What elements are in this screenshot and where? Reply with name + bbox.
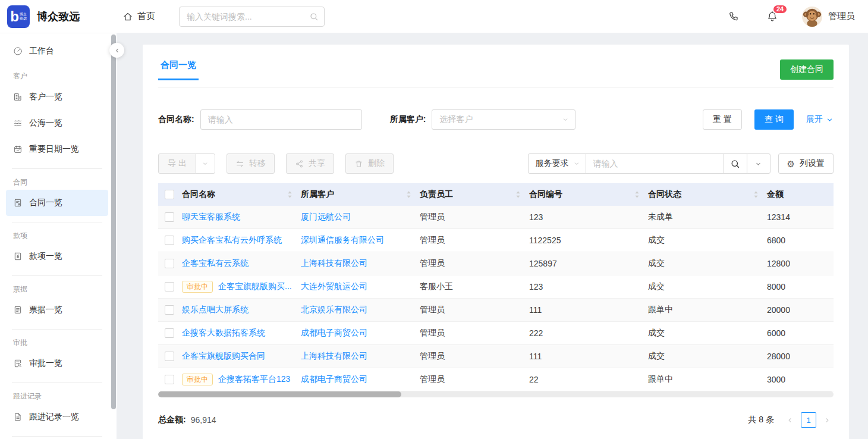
- main-content: 合同一览 创建合同 合同名称: 所属客户: 选择客户 重 置 查 询 展开: [117, 33, 868, 439]
- sidebar-item-invoice-list[interactable]: 票据一览: [6, 297, 108, 323]
- contract-number-cell: 123: [529, 282, 648, 291]
- contract-name-link[interactable]: 企客宝私有云系统: [182, 258, 249, 268]
- column-header-amount[interactable]: 金额: [767, 189, 784, 200]
- select-all-checkbox[interactable]: [165, 190, 174, 199]
- export-dropdown-button[interactable]: [196, 153, 215, 174]
- contract-name-link[interactable]: 聊天宝客服系统: [182, 212, 240, 221]
- user-avatar[interactable]: [802, 7, 822, 27]
- pagination-prev-button[interactable]: [784, 416, 796, 424]
- sort-icon[interactable]: [287, 190, 293, 199]
- sidebar-item-important-dates[interactable]: 重要日期一览: [6, 136, 108, 162]
- sort-icon[interactable]: [753, 190, 759, 199]
- row-checkbox[interactable]: [165, 259, 174, 268]
- export-button[interactable]: 导 出: [158, 153, 196, 174]
- phone-icon: [728, 11, 740, 23]
- contract-name-filter-input[interactable]: [200, 109, 362, 130]
- chevron-down-icon: [202, 160, 209, 167]
- sidebar-item-contract-list[interactable]: 合同一览: [6, 190, 108, 216]
- row-checkbox[interactable]: [165, 328, 174, 338]
- customer-link[interactable]: 成都电子商贸公司: [301, 374, 367, 384]
- sidebar-item-approval-list[interactable]: 审批一览: [6, 350, 108, 377]
- customer-link[interactable]: 厦门远航公司: [301, 212, 351, 221]
- sidebar-item-customer-list[interactable]: 客户一览: [6, 84, 108, 110]
- pagination-next-button[interactable]: [821, 416, 834, 424]
- row-checkbox[interactable]: [165, 305, 174, 315]
- table-search-input[interactable]: [586, 153, 724, 174]
- column-settings-button[interactable]: ⚙ 列设置: [778, 153, 834, 174]
- row-checkbox[interactable]: [165, 352, 174, 361]
- reset-button[interactable]: 重 置: [703, 109, 742, 130]
- app-logo[interactable]: b 博众 致远 博众致远: [7, 5, 80, 28]
- global-search-input[interactable]: [179, 7, 325, 27]
- top-header: b 博众 致远 博众致远 首页 24: [0, 0, 868, 33]
- create-contract-button[interactable]: 创建合同: [780, 59, 834, 80]
- contract-name-link[interactable]: 娱乐点唱大屏系统: [182, 305, 249, 314]
- nav-home[interactable]: 首页: [122, 11, 155, 22]
- employee-cell: 客服小王: [420, 281, 529, 292]
- customer-link[interactable]: 大连外贸航运公司: [301, 281, 367, 291]
- table-row: 购买企客宝私有云外呼系统 深圳通信服务有限公司 管理员 1122525 成交 6…: [158, 229, 834, 252]
- column-header-status[interactable]: 合同状态: [648, 189, 681, 200]
- customer-link[interactable]: 上海科技有限公司: [301, 351, 367, 360]
- contract-status-cell: 成交: [648, 281, 767, 292]
- contract-name-link[interactable]: 企搜客大数据拓客系统: [182, 328, 265, 337]
- sidebar-item-payment-list[interactable]: 款项一览: [6, 243, 108, 269]
- row-checkbox[interactable]: [165, 375, 174, 384]
- contract-name-link[interactable]: 企搜客拓客平台123: [218, 374, 290, 384]
- sort-icon[interactable]: [406, 190, 411, 199]
- row-checkbox[interactable]: [165, 236, 174, 245]
- column-header-name[interactable]: 合同名称: [182, 189, 215, 200]
- share-button[interactable]: 共享: [286, 153, 334, 174]
- contract-name-link[interactable]: 企客宝旗舰版购买...: [218, 281, 292, 291]
- sidebar-collapse-button[interactable]: [109, 43, 124, 58]
- sidebar-divider: [12, 222, 102, 222]
- column-header-customer[interactable]: 所属客户: [301, 189, 334, 200]
- notification-count-badge: 24: [772, 4, 788, 14]
- table-search-button[interactable]: [724, 153, 747, 174]
- expand-filters-link[interactable]: 展开: [806, 114, 834, 125]
- contract-name-link[interactable]: 企客宝旗舰版购买合同: [182, 351, 265, 360]
- contract-status-cell: 未成单: [648, 212, 767, 222]
- sidebar-item-public-sea-list[interactable]: 公海一览: [6, 110, 108, 136]
- phone-button[interactable]: [728, 11, 740, 23]
- customer-link[interactable]: 成都电子商贸公司: [301, 328, 367, 337]
- notifications-button[interactable]: 24: [766, 10, 778, 23]
- transfer-icon: [235, 159, 244, 168]
- column-header-number[interactable]: 合同编号: [529, 189, 562, 200]
- calendar-icon: [13, 145, 23, 154]
- sort-icon[interactable]: [515, 190, 521, 199]
- employee-cell: 管理员: [420, 258, 529, 269]
- search-icon: [730, 159, 740, 169]
- search-field-select[interactable]: 服务要求: [528, 153, 586, 174]
- search-options-button[interactable]: [747, 153, 770, 174]
- customer-link[interactable]: 深圳通信服务有限公司: [301, 235, 384, 244]
- global-search: [179, 7, 325, 27]
- query-button[interactable]: 查 询: [754, 109, 794, 130]
- transfer-button[interactable]: 转移: [227, 153, 275, 174]
- contract-doc-icon: [13, 198, 23, 208]
- sidebar-divider: [12, 168, 102, 169]
- username-label: 管理员: [828, 11, 855, 22]
- contract-name-link[interactable]: 购买企客宝私有云外呼系统: [182, 235, 282, 244]
- table-row: 企客宝私有云系统 上海科技有限公司 管理员 125897 成交 12800: [158, 252, 834, 275]
- sidebar-item-workbench[interactable]: 工作台: [6, 38, 108, 64]
- customer-link[interactable]: 北京娱乐有限公司: [301, 305, 367, 314]
- contract-number-cell: 125897: [529, 259, 648, 268]
- sort-icon[interactable]: [634, 190, 640, 199]
- tab-contract-list[interactable]: 合同一览: [158, 59, 199, 80]
- sidebar-scrollbar-thumb[interactable]: [111, 35, 116, 409]
- row-checkbox[interactable]: [165, 212, 174, 222]
- search-icon[interactable]: [309, 12, 319, 21]
- pagination-page-1[interactable]: 1: [801, 412, 816, 428]
- table-horizontal-scrollbar-thumb[interactable]: [158, 391, 401, 397]
- sidebar-section-invoice: 票据: [6, 277, 108, 297]
- chevron-down-icon: [826, 116, 834, 124]
- column-header-employee[interactable]: 负责员工: [420, 189, 453, 200]
- gear-icon: ⚙: [787, 159, 795, 168]
- customer-filter-select[interactable]: 选择客户: [432, 109, 575, 130]
- delete-button[interactable]: 删除: [345, 153, 394, 174]
- employee-cell: 管理员: [420, 305, 529, 315]
- row-checkbox[interactable]: [165, 282, 174, 291]
- customer-link[interactable]: 上海科技有限公司: [301, 258, 367, 268]
- sidebar-item-followup-list[interactable]: 跟进记录一览: [6, 404, 108, 430]
